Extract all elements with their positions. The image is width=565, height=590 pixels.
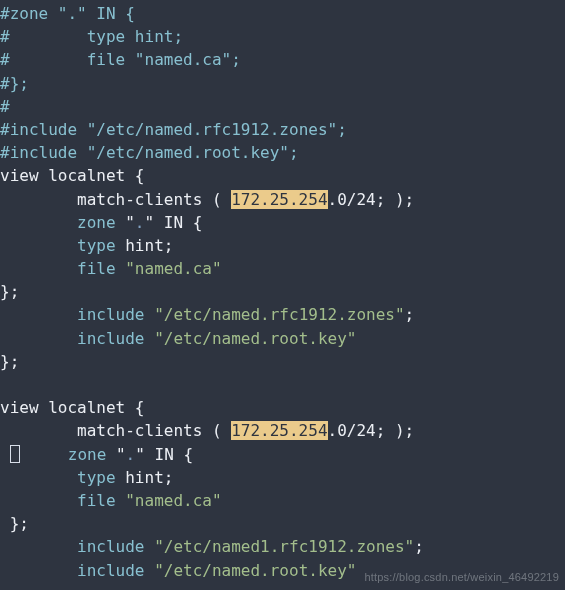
code-line: }; <box>0 282 19 301</box>
code-line: match-clients ( 172.25.254.0/24; ); <box>0 190 414 209</box>
cursor-icon <box>10 445 20 463</box>
code-editor[interactable]: #zone "." IN { # type hint; # file "name… <box>0 0 565 582</box>
code-line: #include "/etc/named.root.key"; <box>0 143 299 162</box>
code-line: zone "." IN { <box>0 213 202 232</box>
search-highlight: 172.25.254 <box>231 190 327 209</box>
code-line: include "/etc/named1.rfc1912.zones"; <box>0 537 424 556</box>
code-line: }; <box>0 514 29 533</box>
code-line: # type hint; <box>0 27 183 46</box>
code-line: zone "." IN { <box>0 445 193 464</box>
code-line: #zone "." IN { <box>0 4 135 23</box>
code-line: view localnet { <box>0 398 145 417</box>
code-line: }; <box>0 352 19 371</box>
code-line: type hint; <box>0 236 173 255</box>
code-line: include "/etc/named.rfc1912.zones"; <box>0 305 414 324</box>
code-line: include "/etc/named.root.key" <box>0 329 356 348</box>
code-line: view localnet { <box>0 166 145 185</box>
code-line: # <box>0 97 10 116</box>
code-line: # file "named.ca"; <box>0 50 241 69</box>
search-highlight: 172.25.254 <box>231 421 327 440</box>
code-line: #include "/etc/named.rfc1912.zones"; <box>0 120 347 139</box>
code-line: include "/etc/named.root.key" <box>0 561 356 580</box>
code-line: file "named.ca" <box>0 491 222 510</box>
watermark-text: https://blog.csdn.net/weixin_46492219 <box>364 570 559 586</box>
code-line: match-clients ( 172.25.254.0/24; ); <box>0 421 414 440</box>
code-line: type hint; <box>0 468 173 487</box>
code-line: file "named.ca" <box>0 259 222 278</box>
code-line: #}; <box>0 74 29 93</box>
